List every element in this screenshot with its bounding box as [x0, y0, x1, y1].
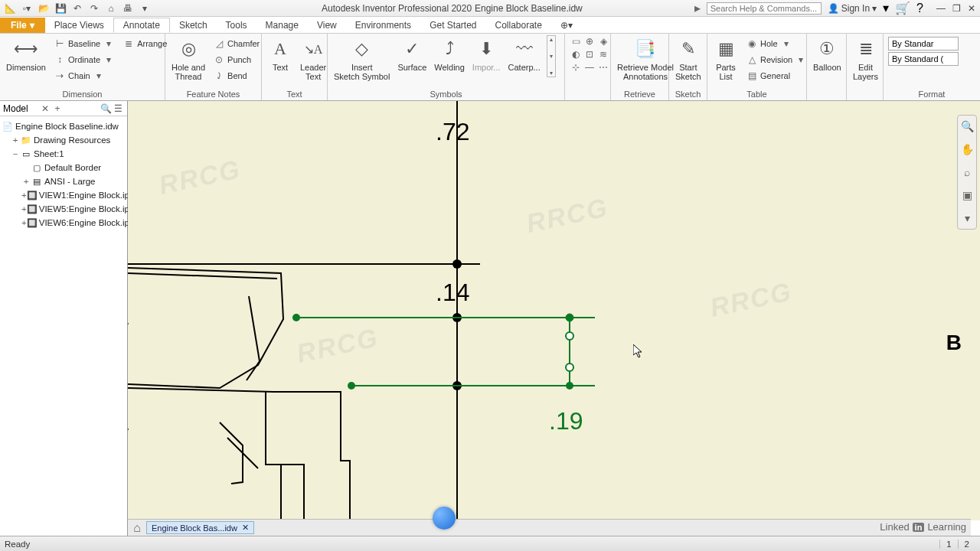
redo-icon[interactable]: ↷: [87, 2, 101, 15]
expand-icon[interactable]: +: [11, 135, 20, 145]
save-icon[interactable]: 💾: [54, 2, 67, 15]
sym-icon-8[interactable]: —: [583, 61, 596, 73]
search-expand-icon[interactable]: ▸: [694, 1, 701, 15]
sym-icon-1[interactable]: ▭: [570, 35, 582, 47]
start-sketch-button[interactable]: ✎Start Sketch: [674, 35, 703, 83]
format-layer-dropdown[interactable]: By Standard (: [888, 52, 959, 66]
doc-home-icon[interactable]: ⌂: [128, 521, 146, 535]
arrange-button[interactable]: ≣Arrange: [121, 35, 168, 51]
watermark-logo-icon: [433, 507, 456, 530]
exchange-icon[interactable]: ▾: [883, 1, 889, 15]
tree-drawing-resources[interactable]: +📁Drawing Resources: [2, 133, 126, 147]
tab-annotate[interactable]: Annotate: [113, 18, 170, 33]
help-icon[interactable]: ?: [916, 2, 923, 15]
close-button[interactable]: ✕: [966, 3, 977, 14]
ordinate-button[interactable]: ↕Ordinate▾: [52, 51, 116, 67]
tab-collaborate[interactable]: Collaborate: [486, 18, 551, 33]
tab-file[interactable]: File▾: [0, 18, 45, 33]
dimension-value-3[interactable]: .19: [549, 407, 583, 435]
home-icon[interactable]: ⌂: [104, 2, 118, 15]
retrieve-model-button[interactable]: 📑Retrieve Model Annotations: [616, 35, 675, 83]
chain-button[interactable]: ⇢Chain▾: [52, 67, 116, 83]
format-style-dropdown[interactable]: By Standar: [888, 37, 959, 51]
expand-icon[interactable]: +: [21, 177, 31, 186]
collapse-icon[interactable]: −: [11, 149, 20, 158]
new-icon[interactable]: ▫▾: [20, 2, 34, 15]
leader-text-icon: ↘A: [301, 37, 325, 61]
tab-manage[interactable]: Manage: [256, 18, 308, 33]
tab-get-started[interactable]: Get Started: [420, 18, 485, 33]
browser-menu-icon[interactable]: ☰: [112, 103, 124, 114]
drawing-canvas[interactable]: B .72 .14: [128, 101, 980, 520]
sym-icon-9[interactable]: ⋯: [597, 61, 609, 73]
undo-icon[interactable]: ↶: [70, 2, 84, 15]
caterp-label: Caterp...: [508, 63, 541, 72]
parts-list-button[interactable]: ▦Parts List: [712, 35, 740, 83]
nav-pan-icon[interactable]: ✋: [959, 142, 975, 157]
chamfer-button[interactable]: ◿Chamfer: [211, 35, 261, 51]
status-text: Ready: [5, 540, 30, 549]
dimension-value-2[interactable]: .14: [436, 279, 469, 307]
cart-icon[interactable]: 🛒: [895, 1, 910, 15]
dimension-value-1[interactable]: .72: [436, 118, 469, 146]
tree-default-border[interactable]: ▢Default Border: [2, 161, 126, 174]
sym-icon-4[interactable]: ◐: [570, 48, 582, 60]
nav-more-icon[interactable]: ▾: [959, 210, 975, 226]
general-button[interactable]: ▤General: [744, 67, 808, 83]
nav-zoom-window-icon[interactable]: ⌕: [959, 165, 975, 180]
sym-icon-6[interactable]: ≋: [597, 48, 609, 60]
sym-icon-2[interactable]: ⊕: [583, 35, 596, 47]
tree-view5[interactable]: +🔲VIEW5:Engine Block.ipt: [2, 202, 126, 216]
insert-sketch-symbol-button[interactable]: ◇Insert Sketch Symbol: [332, 35, 391, 83]
browser-close-icon[interactable]: ✕: [39, 103, 51, 114]
signin-button[interactable]: 👤 Sign In ▾: [828, 3, 877, 14]
nav-zoom-all-icon[interactable]: ▣: [959, 187, 975, 203]
balloon-button[interactable]: ①Balloon: [812, 35, 843, 73]
revision-button[interactable]: △Revision▾: [744, 51, 808, 67]
restore-button[interactable]: ❐: [951, 3, 962, 14]
tree-view6[interactable]: +🔲VIEW6:Engine Block.ipt: [2, 216, 126, 230]
open-icon[interactable]: 📂: [37, 2, 51, 15]
punch-button[interactable]: ⊙Punch: [211, 51, 261, 67]
sym-icon-7[interactable]: ⊹: [570, 61, 582, 73]
tab-view[interactable]: View: [308, 18, 346, 33]
tree-ansi[interactable]: +▤ANSI - Large: [2, 174, 126, 188]
leader-text-label: Leader Text: [300, 63, 326, 81]
dimension-button[interactable]: ⟷ Dimension: [5, 35, 47, 73]
tree-sheet[interactable]: −▭Sheet:1: [2, 147, 126, 161]
nav-zoom-icon[interactable]: 🔍: [959, 119, 975, 134]
search-input[interactable]: [707, 2, 822, 15]
tab-more-icon[interactable]: ⊕▾: [551, 18, 582, 33]
tab-environments[interactable]: Environments: [346, 18, 420, 33]
tree-view1[interactable]: +🔲VIEW1:Engine Block.ipt: [2, 188, 126, 202]
tab-sketch[interactable]: Sketch: [170, 18, 217, 33]
retrieve-label: Retrieve Model Annotations: [617, 63, 674, 81]
tree-ansi-label: ANSI - Large: [44, 177, 95, 186]
symbols-gallery-spin[interactable]: ▴▾▾: [547, 35, 556, 77]
edit-layers-button[interactable]: ≣Edit Layers: [851, 35, 880, 83]
doc-tab-close-icon[interactable]: ✕: [242, 523, 249, 533]
surface-button[interactable]: ✓Surface: [396, 35, 428, 73]
tab-place-views[interactable]: Place Views: [45, 18, 113, 33]
print-icon[interactable]: 🖶: [121, 2, 135, 15]
hole-table-button[interactable]: ◉Hole▾: [744, 35, 808, 51]
baseline-button[interactable]: ⊢Baseline▾: [52, 35, 116, 51]
text-button[interactable]: AText: [266, 35, 294, 73]
tab-tools[interactable]: Tools: [217, 18, 256, 33]
caterp-button[interactable]: 〰Caterp...: [507, 35, 542, 73]
sym-icon-5[interactable]: ⊡: [583, 48, 596, 60]
welding-button[interactable]: ⤴Welding: [433, 35, 466, 73]
minimize-button[interactable]: —: [936, 3, 946, 14]
chain-label: Chain: [68, 71, 90, 80]
browser-search-icon[interactable]: 🔍: [100, 103, 112, 114]
sym-icon-3[interactable]: ◈: [597, 35, 609, 47]
bend-button[interactable]: ⤸Bend: [211, 67, 261, 83]
hole-thread-button[interactable]: ◎ Hole and Thread: [170, 35, 207, 83]
qat-more-icon[interactable]: ▾: [138, 2, 152, 15]
tree-root[interactable]: 📄Engine Block Baseline.idw: [2, 119, 126, 133]
leader-text-button[interactable]: ↘ALeader Text: [299, 35, 328, 83]
browser-add-icon[interactable]: +: [51, 103, 64, 114]
doc-tab[interactable]: Engine Block Bas...idw ✕: [146, 521, 254, 534]
panel-symbols-grid: [570, 97, 606, 99]
import-button[interactable]: ⬇Impor...: [471, 35, 502, 73]
